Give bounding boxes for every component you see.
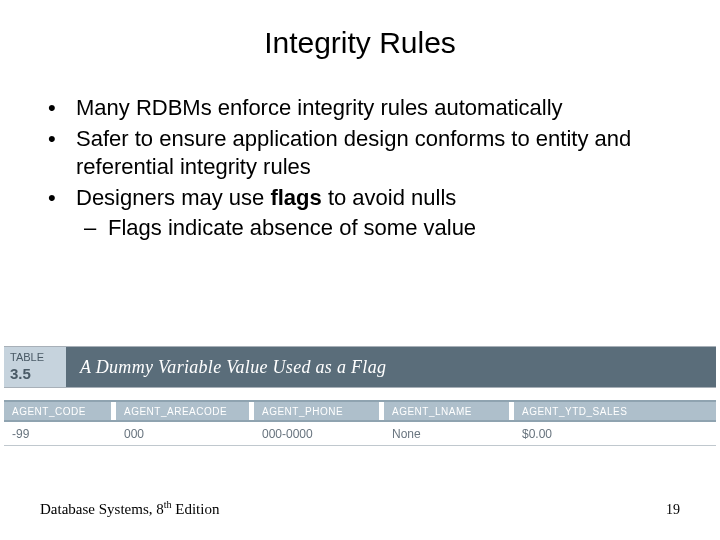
footer-source-post: Edition <box>172 501 220 517</box>
table-cell: None <box>384 427 514 441</box>
bullet-text-bold: flags <box>270 185 321 210</box>
list-item: • Designers may use flags to avoid nulls <box>48 184 680 213</box>
bullet-text: Flags indicate absence of some value <box>108 214 476 243</box>
table-cell: 000-0000 <box>254 427 384 441</box>
footer-source-pre: Database Systems, 8 <box>40 501 164 517</box>
column-header: AGENT_CODE <box>4 402 116 420</box>
bullet-text: Many RDBMs enforce integrity rules autom… <box>76 94 680 123</box>
bullet-text: Safer to ensure application design confo… <box>76 125 680 182</box>
list-item: • Many RDBMs enforce integrity rules aut… <box>48 94 680 123</box>
page-title: Integrity Rules <box>40 26 680 60</box>
table-figure: TABLE 3.5 A Dummy Variable Value Used as… <box>4 346 716 446</box>
footer-source-sup: th <box>164 499 172 510</box>
bullet-dot: • <box>48 184 76 213</box>
bullet-list: • Many RDBMs enforce integrity rules aut… <box>40 94 680 243</box>
table-row: -99 000 000-0000 None $0.00 <box>4 422 716 446</box>
table-number-box: TABLE 3.5 <box>4 347 66 387</box>
list-item-sub: – Flags indicate absence of some value <box>48 214 680 243</box>
bullet-dot: • <box>48 125 76 182</box>
table-column-headers: AGENT_CODE AGENT_AREACODE AGENT_PHONE AG… <box>4 400 716 422</box>
footer: Database Systems, 8th Edition 19 <box>40 499 680 518</box>
table-number: 3.5 <box>10 365 60 383</box>
table-label: TABLE <box>10 351 60 364</box>
page-number: 19 <box>666 502 680 518</box>
column-header: AGENT_PHONE <box>254 402 384 420</box>
bullet-text: Designers may use flags to avoid nulls <box>76 184 680 213</box>
table-caption-bar: TABLE 3.5 A Dummy Variable Value Used as… <box>4 346 716 388</box>
bullet-text-post: to avoid nulls <box>322 185 457 210</box>
table-cell: -99 <box>4 427 116 441</box>
bullet-text-pre: Designers may use <box>76 185 270 210</box>
table-cell: $0.00 <box>514 427 716 441</box>
footer-source: Database Systems, 8th Edition <box>40 499 219 518</box>
list-item: • Safer to ensure application design con… <box>48 125 680 182</box>
column-header: AGENT_AREACODE <box>116 402 254 420</box>
bullet-dash: – <box>84 214 108 243</box>
column-header: AGENT_LNAME <box>384 402 514 420</box>
slide: Integrity Rules • Many RDBMs enforce int… <box>0 0 720 540</box>
table-cell: 000 <box>116 427 254 441</box>
column-header: AGENT_YTD_SALES <box>514 402 716 420</box>
table-caption: A Dummy Variable Value Used as a Flag <box>66 347 716 387</box>
bullet-dot: • <box>48 94 76 123</box>
